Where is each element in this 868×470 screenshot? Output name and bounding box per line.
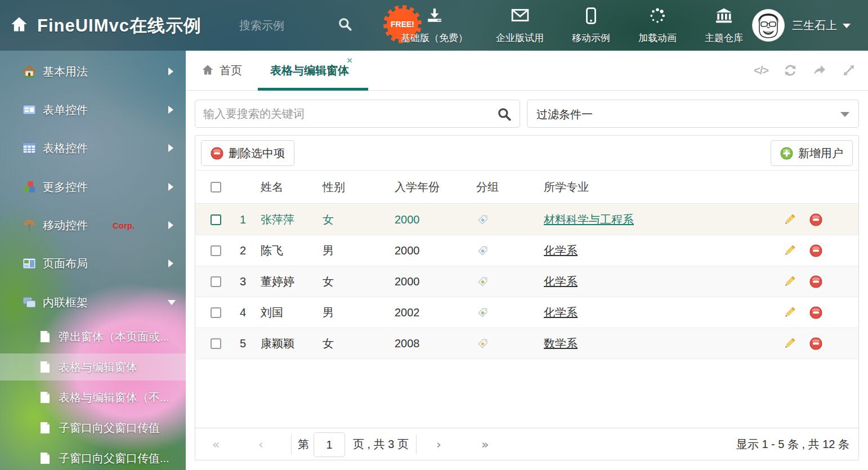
nav-loading-animation[interactable]: 加载动画: [638, 7, 677, 44]
filter-dropdown[interactable]: 过滤条件一: [527, 100, 859, 128]
row-year: 2000: [392, 213, 474, 226]
table-row[interactable]: 5 康颖颖 女 2008 数学系: [195, 328, 858, 359]
row-checkbox[interactable]: [211, 307, 221, 318]
delete-row-icon[interactable]: [809, 275, 822, 288]
user-avatar[interactable]: [752, 9, 785, 42]
sidebar-subitem-grid-edit-window[interactable]: 表格与编辑窗体: [0, 353, 186, 381]
layout-icon: [23, 257, 36, 270]
sidebar-item-page-layout[interactable]: 页面布局: [0, 248, 186, 279]
col-group-header[interactable]: 分组: [474, 180, 542, 195]
edit-pencil-icon[interactable]: [783, 306, 796, 319]
last-page-button[interactable]: »: [481, 428, 489, 460]
sidebar-subitem-child-to-parent[interactable]: 子窗口向父窗口传值: [0, 414, 186, 441]
major-link[interactable]: 数学系: [544, 337, 578, 350]
document-icon: [39, 452, 51, 464]
row-checkbox[interactable]: [211, 214, 221, 225]
sidebar-item-form-controls[interactable]: 表单控件: [0, 95, 186, 125]
header-search-input[interactable]: [239, 14, 335, 37]
top-header: FineUIMvc在线示例 FREE! 基础版（免费） 企业版试用: [0, 0, 868, 51]
delete-row-icon[interactable]: [809, 306, 822, 319]
chevron-right-icon: [168, 259, 173, 267]
tab-grid-edit-window[interactable]: 表格与编辑窗体 ×: [254, 51, 372, 91]
col-year-header[interactable]: 入学年份: [392, 180, 474, 195]
row-name: 张萍萍: [253, 212, 320, 227]
major-link[interactable]: 化学系: [544, 275, 578, 288]
col-gender-header[interactable]: 性别: [320, 180, 392, 195]
page: FineUIMvc在线示例 FREE! 基础版（免费） 企业版试用: [0, 0, 868, 470]
nav-loading-animation-label: 加载动画: [638, 32, 677, 44]
home-icon: [23, 65, 36, 78]
delete-row-icon[interactable]: [809, 213, 822, 226]
table-icon: [23, 141, 36, 155]
edit-pencil-icon[interactable]: [783, 213, 796, 226]
share-icon[interactable]: [812, 63, 827, 78]
row-index: 1: [221, 213, 253, 226]
table-row[interactable]: 4 刘国 男 2002 化学系: [195, 297, 858, 328]
nav-theme-store[interactable]: 主题仓库: [705, 7, 743, 44]
major-link[interactable]: 化学系: [544, 306, 578, 319]
row-year: 2008: [392, 337, 474, 350]
sidebar-subitem-grid-edit-window-2[interactable]: 表格与编辑窗体（不...: [0, 384, 186, 411]
row-year: 2000: [392, 275, 474, 288]
sidebar-subitem-popup-window[interactable]: 弹出窗体（本页面或...: [0, 323, 186, 350]
nav-mobile-demo[interactable]: 移动示例: [572, 7, 610, 44]
table-row[interactable]: 1 张萍萍 女 2000 材料科学与工程系: [195, 204, 858, 235]
tab-close-icon[interactable]: ×: [347, 55, 352, 66]
corp-badge: Corp.: [113, 221, 135, 230]
next-page-button[interactable]: ›: [436, 428, 441, 460]
sidebar-item-mobile-controls[interactable]: 移动控件 Corp.: [0, 210, 186, 240]
sidebar-item-label: 表单控件: [43, 102, 88, 118]
home-logo-icon[interactable]: [10, 16, 28, 35]
page-prefix-label: 第: [298, 428, 309, 460]
tag-icon: [476, 244, 489, 257]
row-checkbox[interactable]: [211, 276, 221, 287]
delete-row-icon[interactable]: [809, 244, 822, 257]
sidebar-item-grid-controls[interactable]: 表格控件: [0, 133, 186, 163]
row-checkbox[interactable]: [211, 245, 221, 256]
table-row[interactable]: 2 陈飞 男 2000 化学系: [195, 235, 858, 266]
cubes-icon: [23, 180, 36, 194]
delete-selected-button[interactable]: 删除选中项: [201, 140, 294, 166]
sidebar-subitem-label: 子窗口向父窗口传值...: [59, 451, 169, 466]
edit-pencil-icon[interactable]: [783, 244, 796, 257]
user-menu[interactable]: 三生石上: [792, 18, 851, 33]
major-link[interactable]: 化学系: [544, 244, 578, 257]
expand-icon[interactable]: [841, 63, 857, 78]
nav-basic-edition[interactable]: 基础版（免费）: [401, 7, 468, 44]
add-user-button[interactable]: 新增用户: [771, 140, 853, 166]
sidebar-subitem-child-to-parent-2[interactable]: 子窗口向父窗口传值...: [0, 445, 186, 470]
edit-pencil-icon[interactable]: [783, 275, 796, 288]
nav-enterprise-trial[interactable]: 企业版试用: [496, 7, 544, 44]
view-code-icon[interactable]: </>: [753, 63, 769, 78]
tab-home[interactable]: 首页: [202, 63, 242, 78]
download-icon: [426, 7, 443, 25]
sidebar-item-basic-usage[interactable]: 基本用法: [0, 56, 186, 87]
user-name: 三生石上: [792, 18, 837, 33]
document-icon: [39, 361, 51, 373]
page-number-input[interactable]: [314, 432, 345, 457]
col-major-header[interactable]: 所学专业: [542, 180, 780, 195]
sidebar-item-label: 更多控件: [43, 180, 88, 195]
prev-page-button[interactable]: ‹: [258, 428, 263, 460]
sidebar-item-iframe[interactable]: 内联框架: [0, 287, 186, 317]
header-search-icon[interactable]: [338, 17, 352, 34]
sidebar-item-label: 页面布局: [43, 256, 88, 271]
tag-icon: [476, 306, 489, 319]
first-page-button[interactable]: «: [212, 428, 220, 460]
select-all-checkbox[interactable]: [211, 182, 221, 193]
row-index: 2: [221, 244, 253, 257]
sidebar-subitem-label: 子窗口向父窗口传值: [59, 420, 160, 436]
document-icon: [39, 391, 51, 404]
sidebar-item-more-controls[interactable]: 更多控件: [0, 172, 186, 202]
search-icon[interactable]: [497, 107, 512, 124]
delete-row-icon[interactable]: [809, 337, 822, 350]
row-checkbox[interactable]: [211, 338, 221, 349]
refresh-icon[interactable]: [782, 63, 798, 78]
keyword-search-input[interactable]: [203, 102, 485, 125]
sidebar-item-label: 内联框架: [43, 295, 88, 310]
keyword-search-box: [195, 100, 520, 128]
col-name-header[interactable]: 姓名: [253, 180, 320, 195]
major-link[interactable]: 材料科学与工程系: [544, 213, 634, 226]
edit-pencil-icon[interactable]: [783, 337, 796, 350]
table-row[interactable]: 3 董婷婷 女 2000 化学系: [195, 266, 858, 297]
